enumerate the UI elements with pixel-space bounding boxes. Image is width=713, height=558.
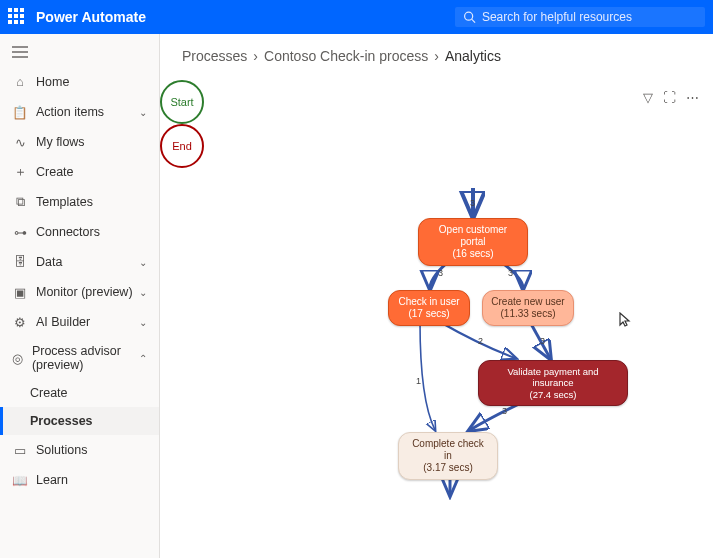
sidebar-item-label: Action items xyxy=(36,105,104,119)
node-validate-payment[interactable]: Validate payment and insurance (27.4 sec… xyxy=(478,360,628,406)
node-check-in-user[interactable]: Check in user (17 secs) xyxy=(388,290,470,326)
node-open-customer-portal[interactable]: Open customer portal (16 secs) xyxy=(418,218,528,266)
node-title: Check in user xyxy=(397,296,461,308)
main-content: Processes › Contoso Check-in process › A… xyxy=(160,34,713,558)
breadcrumb-process-name[interactable]: Contoso Check-in process xyxy=(264,48,428,64)
chevron-down-icon: ⌄ xyxy=(139,317,147,328)
node-title: Complete check in xyxy=(407,438,489,462)
chevron-right-icon: › xyxy=(253,48,258,64)
sidebar-item-templates[interactable]: ⧉Templates xyxy=(0,187,159,217)
sidebar-item-label: Connectors xyxy=(36,225,100,239)
sidebar-item-my-flows[interactable]: ∿My flows xyxy=(0,127,159,157)
sidebar-item-label: Create xyxy=(30,386,68,400)
home-icon: ⌂ xyxy=(12,74,28,90)
sidebar-item-label: Create xyxy=(36,165,74,179)
sidebar-item-pa-processes[interactable]: Processes xyxy=(0,407,159,435)
clipboard-icon: 📋 xyxy=(12,104,28,120)
edge-count: 1 xyxy=(416,376,421,386)
sidebar-item-monitor[interactable]: ▣Monitor (preview)⌄ xyxy=(0,277,159,307)
plus-icon: ＋ xyxy=(12,164,28,180)
edge-count: 3 xyxy=(540,336,545,346)
sidebar-item-label: Data xyxy=(36,255,62,269)
hamburger-icon[interactable] xyxy=(0,40,159,67)
breadcrumb-analytics: Analytics xyxy=(445,48,501,64)
sidebar: ⌂Home 📋Action items⌄ ∿My flows ＋Create ⧉… xyxy=(0,34,160,558)
svg-line-1 xyxy=(472,19,475,22)
sidebar-item-label: AI Builder xyxy=(36,315,90,329)
sidebar-item-label: Home xyxy=(36,75,69,89)
sidebar-item-connectors[interactable]: ⊶Connectors xyxy=(0,217,159,247)
chevron-down-icon: ⌄ xyxy=(139,257,147,268)
node-complete-check-in[interactable]: Complete check in (3.17 secs) xyxy=(398,432,498,480)
sidebar-item-home[interactable]: ⌂Home xyxy=(0,67,159,97)
sidebar-item-label: Process advisor (preview) xyxy=(32,344,139,372)
sidebar-item-label: My flows xyxy=(36,135,85,149)
svg-point-0 xyxy=(465,12,473,20)
sidebar-item-label: Solutions xyxy=(36,443,87,457)
chevron-down-icon: ⌄ xyxy=(139,287,147,298)
sidebar-item-pa-create[interactable]: Create xyxy=(0,379,159,407)
edge-count: 3 xyxy=(508,268,513,278)
waffle-icon[interactable] xyxy=(8,8,26,26)
breadcrumb-processes[interactable]: Processes xyxy=(182,48,247,64)
node-label: Start xyxy=(170,96,193,108)
sidebar-item-label: Learn xyxy=(36,473,68,487)
search-icon xyxy=(463,10,476,24)
chevron-down-icon: ⌄ xyxy=(139,107,147,118)
node-duration: (3.17 secs) xyxy=(407,462,489,474)
node-start[interactable]: Start xyxy=(160,80,204,124)
chevron-up-icon: ⌃ xyxy=(139,353,147,364)
sidebar-item-label: Monitor (preview) xyxy=(36,285,133,299)
sidebar-item-data[interactable]: 🗄Data⌄ xyxy=(0,247,159,277)
sidebar-item-create[interactable]: ＋Create xyxy=(0,157,159,187)
node-label: End xyxy=(172,140,192,152)
process-icon: ◎ xyxy=(12,350,24,366)
sidebar-item-solutions[interactable]: ▭Solutions xyxy=(0,435,159,465)
process-map-canvas[interactable]: Start Open customer portal (16 secs) Che… xyxy=(160,80,713,558)
solutions-icon: ▭ xyxy=(12,442,28,458)
node-duration: (17 secs) xyxy=(397,308,461,320)
breadcrumb: Processes › Contoso Check-in process › A… xyxy=(160,34,713,78)
node-duration: (16 secs) xyxy=(427,248,519,260)
sidebar-item-learn[interactable]: 📖Learn xyxy=(0,465,159,495)
edge-count: 3 xyxy=(502,406,507,416)
cursor-icon xyxy=(615,312,631,328)
node-title: Validate payment and insurance xyxy=(487,366,619,389)
sidebar-item-action-items[interactable]: 📋Action items⌄ xyxy=(0,97,159,127)
node-title: Open customer portal xyxy=(427,224,519,248)
node-duration: (11.33 secs) xyxy=(491,308,565,320)
brand-title: Power Automate xyxy=(36,9,455,25)
search-box[interactable] xyxy=(455,7,705,27)
chevron-right-icon: › xyxy=(434,48,439,64)
monitor-icon: ▣ xyxy=(12,284,28,300)
node-end[interactable]: End xyxy=(160,124,204,168)
connectors-icon: ⊶ xyxy=(12,224,28,240)
search-input[interactable] xyxy=(482,10,697,24)
app-header: Power Automate xyxy=(0,0,713,34)
ai-icon: ⚙ xyxy=(12,314,28,330)
node-create-new-user[interactable]: Create new user (11.33 secs) xyxy=(482,290,574,326)
edge-count: 3 xyxy=(438,268,443,278)
sidebar-item-process-advisor[interactable]: ◎Process advisor (preview)⌃ xyxy=(0,337,159,379)
edge-count: 3 xyxy=(470,198,475,208)
edge-count: 2 xyxy=(478,336,483,346)
book-icon: 📖 xyxy=(12,472,28,488)
node-title: Create new user xyxy=(491,296,565,308)
flow-icon: ∿ xyxy=(12,134,28,150)
templates-icon: ⧉ xyxy=(12,194,28,210)
data-icon: 🗄 xyxy=(12,254,28,270)
sidebar-item-label: Processes xyxy=(30,414,93,428)
node-duration: (27.4 secs) xyxy=(487,389,619,400)
sidebar-item-ai-builder[interactable]: ⚙AI Builder⌄ xyxy=(0,307,159,337)
sidebar-item-label: Templates xyxy=(36,195,93,209)
